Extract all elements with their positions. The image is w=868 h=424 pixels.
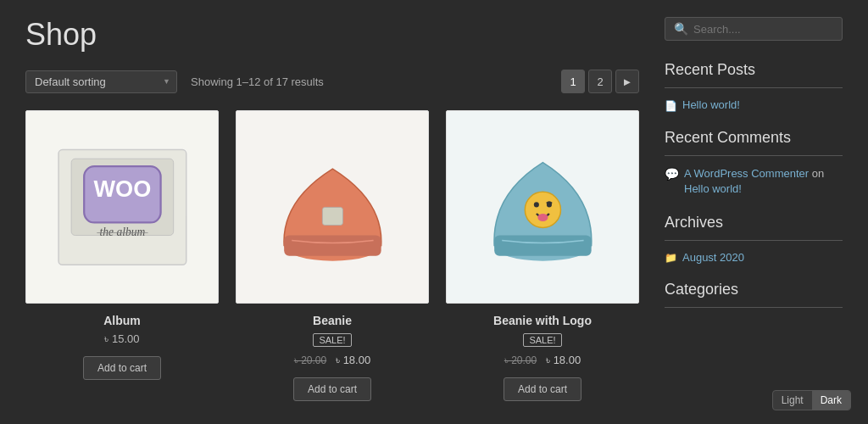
archive-item: 📁 August 2020 [665, 251, 843, 264]
product-beanie-original-price: ৳ 20.00 [294, 354, 326, 366]
categories-divider [665, 307, 843, 308]
recent-post-hello-world[interactable]: Hello world! [682, 98, 740, 111]
page-title: Shop [25, 17, 639, 53]
recent-post-item: 📄 Hello world! [665, 98, 843, 112]
product-album-price: ৳ 15.00 [104, 332, 139, 346]
archive-august-2020[interactable]: August 2020 [682, 251, 744, 264]
recent-posts-divider [665, 87, 843, 88]
product-beanie-sale-price: ৳ 18.00 [336, 354, 370, 366]
svg-rect-7 [284, 235, 381, 255]
comment-item: 💬 A WordPress Commenter on Hello world! [665, 166, 843, 197]
product-album: WOO the album Album ৳ 15.00 Add to cart [25, 110, 219, 401]
theme-light-button[interactable]: Light [773, 391, 812, 410]
product-beanie-logo-sale-price: ৳ 18.00 [546, 354, 581, 366]
sidebar: 🔍 Recent Posts 📄 Hello world! Recent Com… [665, 17, 843, 401]
categories-title: Categories [665, 281, 843, 298]
product-beanie-logo-sale-badge: SALE! [523, 333, 561, 347]
archives-section: Archives 📁 August 2020 [665, 214, 843, 264]
product-beanie-logo-original-price: ৳ 20.00 [504, 354, 537, 366]
svg-text:the album: the album [99, 225, 145, 237]
search-icon: 🔍 [674, 22, 688, 36]
comment-on-text: on [812, 167, 824, 180]
theme-dark-button[interactable]: Dark [812, 391, 850, 410]
recent-comments-section: Recent Comments 💬 A WordPress Commenter … [665, 129, 843, 197]
recent-comments-divider [665, 155, 843, 156]
svg-rect-10 [494, 235, 592, 255]
page-1-button[interactable]: 1 [561, 70, 585, 93]
pagination: 1 2 ► [561, 70, 639, 93]
comment-icon: 💬 [665, 167, 679, 181]
search-input[interactable] [693, 23, 833, 36]
products-grid: WOO the album Album ৳ 15.00 Add to cart [25, 110, 639, 401]
categories-section: Categories [665, 281, 843, 308]
recent-comments-title: Recent Comments [665, 129, 843, 147]
main-content: Shop Default sortingSort by popularitySo… [25, 17, 639, 401]
search-bar: 🔍 [665, 17, 843, 41]
comment-author-link[interactable]: A WordPress Commenter [684, 167, 809, 180]
page-2-button[interactable]: 2 [588, 70, 612, 93]
sort-select[interactable]: Default sortingSort by popularitySort by… [25, 70, 177, 93]
folder-icon: 📁 [665, 252, 677, 264]
add-to-cart-beanie[interactable]: Add to cart [293, 377, 371, 401]
add-to-cart-beanie-logo[interactable]: Add to cart [504, 377, 581, 401]
comment-post-link[interactable]: Hello world! [684, 182, 742, 195]
theme-toggle: Light Dark [772, 390, 851, 410]
svg-rect-8 [322, 207, 342, 225]
post-icon: 📄 [665, 100, 677, 112]
toolbar: Default sortingSort by popularitySort by… [25, 70, 639, 93]
archives-divider [665, 240, 843, 241]
recent-posts-section: Recent Posts 📄 Hello world! [665, 61, 843, 112]
svg-point-12 [533, 202, 538, 207]
sort-wrapper: Default sortingSort by popularitySort by… [25, 70, 177, 93]
product-album-name: Album [103, 314, 141, 327]
svg-point-14 [537, 214, 548, 221]
product-beanie-logo: Beanie with Logo SALE! ৳ 20.00 ৳ 18.00 A… [446, 110, 639, 401]
product-beanie-logo-prices: ৳ 20.00 ৳ 18.00 [504, 354, 581, 367]
add-to-cart-album[interactable]: Add to cart [83, 356, 161, 380]
product-beanie-prices: ৳ 20.00 ৳ 18.00 [294, 354, 370, 367]
product-beanie-sale-badge: SALE! [313, 333, 351, 347]
recent-posts-title: Recent Posts [665, 61, 843, 79]
comment-text: A WordPress Commenter on Hello world! [684, 166, 843, 197]
product-album-image: WOO the album [25, 110, 219, 304]
product-beanie-name: Beanie [313, 314, 352, 327]
page-next-button[interactable]: ► [615, 70, 639, 93]
product-beanie: Beanie SALE! ৳ 20.00 ৳ 18.00 Add to cart [236, 110, 429, 401]
product-beanie-image [236, 110, 429, 304]
svg-point-11 [525, 192, 560, 227]
archives-title: Archives [665, 214, 843, 232]
product-beanie-logo-image [446, 110, 639, 304]
svg-text:WOO: WOO [93, 176, 151, 202]
results-text: Showing 1–12 of 17 results [191, 75, 324, 88]
product-beanie-logo-name: Beanie with Logo [493, 314, 592, 327]
